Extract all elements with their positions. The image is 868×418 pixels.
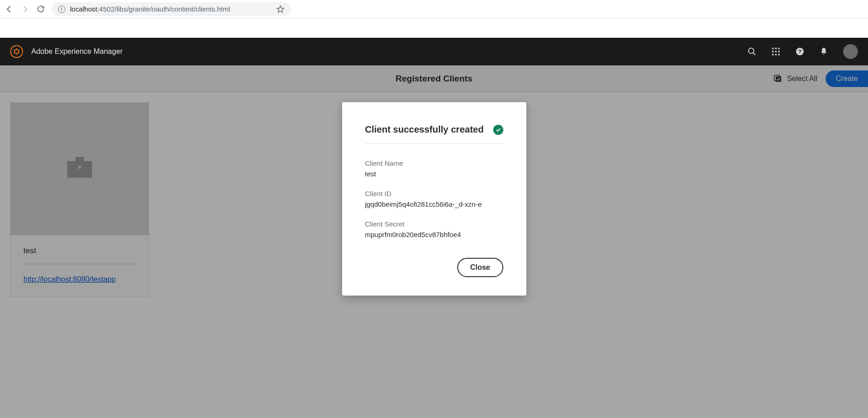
page-content: Registered Clients Select All Create tes… <box>0 65 868 418</box>
close-button[interactable]: Close <box>457 258 503 277</box>
dialog-field-client-secret: Client Secret mpuprfm0rob20ed5cv87bhfoe4 <box>365 220 503 238</box>
svg-point-7 <box>749 48 754 54</box>
svg-rect-15 <box>775 54 776 55</box>
dialog-actions: Close <box>365 258 503 277</box>
field-label: Client Name <box>365 159 503 167</box>
field-value: mpuprfm0rob20ed5cv87bhfoe4 <box>365 231 503 238</box>
dialog-title: Client successfully created <box>365 124 484 135</box>
apps-grid-icon[interactable] <box>771 47 781 56</box>
dialog-field-client-id: Client ID jgqd0beimj5q4ofi281cc56i6a-_d-… <box>365 190 503 208</box>
svg-point-4 <box>16 53 17 54</box>
field-label: Client ID <box>365 190 503 197</box>
back-button[interactable] <box>5 5 14 14</box>
svg-rect-8 <box>772 48 774 49</box>
field-value: jgqd0beimj5q4ofi281cc56i6a-_d-xzn-e <box>365 200 503 208</box>
svg-point-5 <box>14 52 15 53</box>
svg-rect-12 <box>775 51 776 52</box>
svg-rect-14 <box>772 54 774 55</box>
browser-toolbar: i localhost:4502/libs/granite/oauth/cont… <box>0 0 868 18</box>
svg-rect-9 <box>775 48 776 49</box>
site-info-icon[interactable]: i <box>58 6 65 13</box>
svg-rect-10 <box>778 48 780 49</box>
bell-icon[interactable] <box>819 47 828 56</box>
help-icon[interactable]: ? <box>795 47 804 56</box>
browser-blank-area <box>0 18 868 38</box>
search-icon[interactable] <box>747 47 757 56</box>
svg-rect-13 <box>778 51 780 52</box>
field-value: test <box>365 170 503 178</box>
bookmark-star-icon[interactable] <box>276 5 285 13</box>
aem-product-name[interactable]: Adobe Experience Manager <box>31 47 122 56</box>
aem-logo-icon[interactable] <box>10 45 23 58</box>
aem-top-header: Adobe Experience Manager ? <box>0 38 868 65</box>
svg-point-1 <box>16 49 17 50</box>
user-avatar[interactable] <box>843 44 858 59</box>
success-dialog: Client successfully created Client Name … <box>342 102 526 296</box>
reload-button[interactable] <box>36 5 45 14</box>
forward-button[interactable] <box>20 5 29 14</box>
svg-text:?: ? <box>798 48 801 54</box>
success-check-icon <box>493 125 503 135</box>
dialog-header: Client successfully created <box>365 124 503 144</box>
svg-point-2 <box>18 50 19 51</box>
address-bar[interactable]: i localhost:4502/libs/granite/oauth/cont… <box>52 2 291 16</box>
url-text: localhost:4502/libs/granite/oauth/conten… <box>70 5 230 13</box>
svg-point-3 <box>18 52 19 53</box>
field-label: Client Secret <box>365 220 503 228</box>
svg-rect-11 <box>772 51 774 52</box>
svg-point-0 <box>15 50 18 53</box>
svg-point-6 <box>14 50 15 51</box>
svg-rect-16 <box>778 54 780 55</box>
dialog-field-client-name: Client Name test <box>365 159 503 178</box>
